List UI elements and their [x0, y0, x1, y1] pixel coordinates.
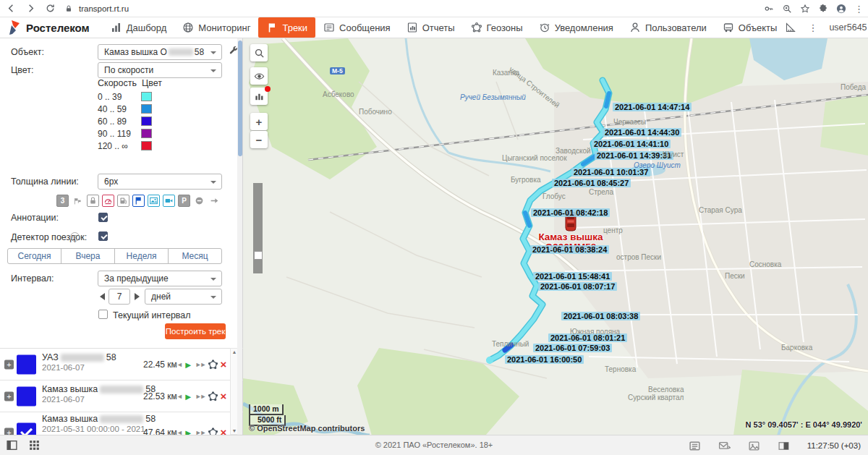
- forward-icon[interactable]: [25, 3, 36, 14]
- measure-ruler-icon[interactable]: [785, 22, 796, 33]
- track-visibility-checkbox[interactable]: [17, 354, 36, 374]
- globe-icon: [182, 22, 194, 33]
- interval-unit-select[interactable]: дней: [145, 289, 222, 305]
- period-button-1[interactable]: Вчера: [61, 248, 115, 264]
- arrow-icon[interactable]: [208, 195, 221, 207]
- map[interactable]: М-5 Камаз вышка О326ММ58 2021-06-01 14:4…: [243, 38, 868, 435]
- track-list: +УАЗ582021-06-0722.45 км◄◄►►►×+Камаз выш…: [0, 348, 243, 435]
- bookmark-star-icon[interactable]: [800, 4, 810, 14]
- speed-icon[interactable]: [102, 195, 114, 207]
- play-track-icon[interactable]: ►: [184, 391, 193, 401]
- nav-item-objects[interactable]: Объекты: [715, 17, 786, 38]
- report-icon: [407, 22, 418, 33]
- video-icon[interactable]: [163, 195, 175, 207]
- send-message-icon[interactable]: [718, 440, 731, 452]
- remove-track-icon[interactable]: ×: [221, 360, 227, 369]
- browser-menu-icon[interactable]: ⋮: [854, 4, 864, 14]
- app-menu-icon[interactable]: ⋮: [808, 22, 817, 33]
- color-mode-select[interactable]: По скорости: [98, 62, 222, 78]
- truck-icon: [723, 22, 734, 33]
- trip-detector-checkbox[interactable]: [98, 231, 108, 241]
- stop-icon[interactable]: [193, 195, 205, 207]
- current-interval-checkbox[interactable]: [98, 310, 108, 319]
- map-place-label: Бугровка: [511, 176, 541, 184]
- zoom-slider[interactable]: [253, 183, 263, 273]
- lock-icon[interactable]: [87, 195, 99, 207]
- map-place-label: Побочино: [359, 108, 392, 116]
- sidebar-scrollbar[interactable]: [237, 38, 242, 435]
- nav-item-geozones[interactable]: Геозоны: [463, 17, 531, 38]
- lock-icon: [64, 4, 73, 13]
- nav-item-notifications[interactable]: Уведомления: [531, 17, 621, 38]
- period-button-0[interactable]: Сегодня: [7, 248, 61, 264]
- play-track-icon[interactable]: ►: [184, 359, 193, 370]
- screen: transport.rt.ru ⋮ Ростелеком ДашбордМони…: [0, 0, 868, 455]
- skip-to-start-icon[interactable]: ◄◄: [171, 393, 182, 400]
- skip-to-end-icon[interactable]: ►►: [195, 393, 205, 400]
- annotations-label: Аннотации:: [11, 213, 59, 223]
- nav-item-label: Отчеты: [422, 22, 455, 33]
- extension-icon[interactable]: [818, 4, 828, 14]
- object-select[interactable]: Камаз вышка О58: [98, 44, 222, 60]
- period-button-2[interactable]: Неделя: [114, 248, 169, 264]
- track-annotation: 2021-06-01 08:07:17: [538, 282, 617, 291]
- back-icon[interactable]: [6, 3, 17, 14]
- remove-track-icon[interactable]: ×: [221, 392, 227, 401]
- scrollbar-thumb[interactable]: [238, 41, 242, 156]
- period-button-3[interactable]: Месяц: [168, 248, 222, 264]
- count-icon[interactable]: 3: [56, 195, 69, 207]
- track-geozone-icon[interactable]: [208, 359, 218, 370]
- track-controls: ◄◄►►►×: [171, 391, 226, 401]
- url-text[interactable]: transport.rt.ru: [79, 4, 129, 13]
- legend-row: 40 .. 59: [98, 103, 152, 115]
- nav-item-messages[interactable]: Сообщения: [315, 17, 399, 38]
- expand-button[interactable]: +: [4, 391, 14, 401]
- line-width-select[interactable]: 6px: [98, 174, 222, 190]
- increase-days-button[interactable]: [135, 293, 140, 300]
- list-icon[interactable]: [689, 440, 701, 452]
- app-navbar: Ростелеком ДашбордМониторингТрекиСообщен…: [0, 17, 868, 38]
- zoom-lens-icon[interactable]: [782, 4, 792, 14]
- fuel-icon[interactable]: [117, 195, 129, 207]
- map-search-button[interactable]: [250, 44, 268, 61]
- parking-icon[interactable]: P: [178, 195, 190, 207]
- track-geozone-icon[interactable]: [208, 391, 218, 401]
- profile-avatar-icon[interactable]: [836, 4, 846, 14]
- flag-icon[interactable]: [132, 195, 145, 207]
- track-controls: ◄◄►►►×: [171, 359, 226, 370]
- legend-speed-header: Скорость: [98, 78, 137, 88]
- flags-icon[interactable]: [72, 195, 84, 207]
- photo-icon[interactable]: [148, 195, 160, 207]
- track-visibility-checkbox[interactable]: [17, 386, 36, 406]
- image-icon[interactable]: [748, 440, 760, 452]
- tool-row: 3P: [56, 195, 221, 207]
- interval-label: Интервал:: [11, 273, 54, 284]
- username[interactable]: user5645: [829, 22, 867, 33]
- track-info: УАЗ582021-06-07: [42, 352, 152, 373]
- reload-icon[interactable]: [45, 3, 56, 14]
- help-icon[interactable]: ?: [70, 232, 80, 242]
- zoom-slider-handle[interactable]: [254, 251, 263, 260]
- user-icon: [629, 22, 641, 33]
- skip-to-end-icon[interactable]: ►►: [195, 361, 205, 368]
- zoom-out-button[interactable]: −: [250, 131, 268, 148]
- days-count-input[interactable]: 7: [109, 289, 130, 305]
- build-track-button[interactable]: Построить трек: [165, 323, 226, 339]
- decrease-days-button[interactable]: [100, 293, 105, 300]
- key-icon[interactable]: [764, 4, 774, 14]
- skip-to-start-icon[interactable]: ◄◄: [171, 361, 182, 368]
- track-annotation: 2021-06-01 08:42:18: [531, 208, 610, 217]
- nav-item-users[interactable]: Пользователи: [621, 17, 715, 38]
- expand-button[interactable]: +: [4, 360, 14, 369]
- annotations-checkbox[interactable]: [98, 213, 108, 222]
- map-visibility-button[interactable]: [250, 67, 268, 85]
- nav-item-dashboard[interactable]: Дашборд: [103, 17, 175, 38]
- browser-toolbar: transport.rt.ru ⋮: [0, 0, 868, 17]
- table-view-icon[interactable]: [778, 440, 790, 452]
- zoom-in-button[interactable]: +: [250, 113, 268, 130]
- nav-item-monitoring[interactable]: Мониторинг: [174, 17, 258, 38]
- nav-item-label: Сообщения: [339, 22, 391, 33]
- nav-item-tracks[interactable]: Треки: [258, 17, 315, 38]
- interval-mode-select[interactable]: За предыдущие: [98, 271, 222, 286]
- nav-item-reports[interactable]: Отчеты: [399, 17, 463, 38]
